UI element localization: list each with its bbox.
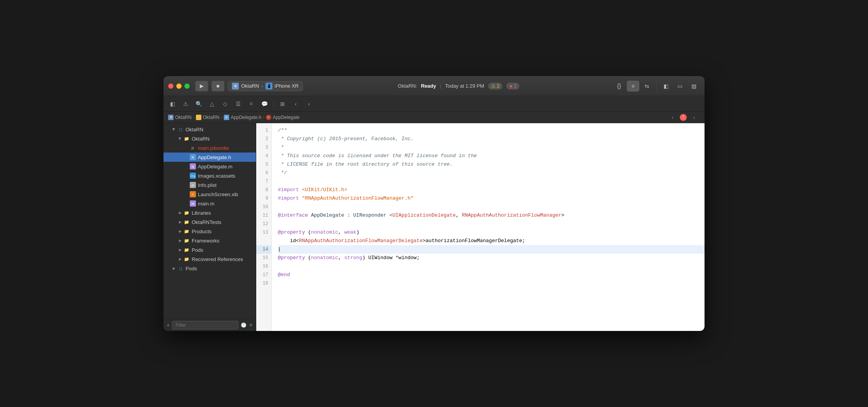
folder-icon-frameworks: 📁 [184, 237, 190, 244]
code-area[interactable]: /** * Copyright (c) 2015-present, Facebo… [272, 123, 705, 331]
warning-count: 2 [497, 83, 500, 89]
folder-icon-libraries: 📁 [184, 210, 190, 216]
paren-close-2: ) UIWindow *window; [362, 254, 419, 262]
sidebar-item-appdelegate-m[interactable]: m AppDelegate.m [163, 162, 256, 171]
spacer-5 [184, 182, 189, 188]
navigator-button[interactable]: ◧ [660, 81, 672, 92]
code-line-14[interactable]: | [278, 245, 705, 254]
editor-lines-button[interactable]: ≡ [627, 81, 639, 92]
diamond-button[interactable]: ◇ [219, 98, 231, 109]
nav-back-icon[interactable]: ‹ [667, 112, 678, 123]
toggle-libraries[interactable]: ▶ [177, 210, 183, 215]
sidebar-item-oktarn-root[interactable]: ▶ ◻ OktaRN [163, 125, 256, 134]
warning-badge[interactable]: ⚠ 2 [488, 83, 503, 90]
stop-button[interactable]: ■ [211, 81, 225, 92]
filter-input[interactable] [172, 321, 238, 329]
clear-filter-icon[interactable]: ✕ [249, 322, 253, 328]
at-property-1: @property [278, 228, 305, 237]
breadcrumb-folder-name: OktaRN [203, 115, 220, 120]
traffic-lights [168, 83, 190, 89]
breadcrumb-scheme[interactable]: ⚙ OktaRN [168, 115, 192, 120]
paren-close-1: ) [356, 228, 359, 237]
breadcrumb-filename: AppDelegate.h [231, 115, 261, 120]
xcassets-icon: img [190, 173, 196, 179]
sidebar-item-info-plist[interactable]: pl Info.plist [163, 180, 256, 190]
sidebar-item-main-m[interactable]: m main.m [163, 199, 256, 208]
sidebar-item-oktarntests[interactable]: ▶ 📁 OktaRNTests [163, 217, 256, 227]
sidebar-item-libraries[interactable]: ▶ 📁 Libraries [163, 208, 256, 217]
filter-button[interactable]: △ [206, 98, 218, 109]
add-file-button[interactable]: + [167, 322, 170, 328]
canvas-button[interactable]: ▭ [674, 81, 686, 92]
toggle-oktarntests[interactable]: ▶ [177, 219, 183, 225]
sidebar-item-oktarn-group[interactable]: ▶ 📁 OktaRN [163, 134, 256, 143]
line-num-12: 12 [256, 220, 271, 228]
inspector-button[interactable]: ▨ [688, 81, 700, 92]
toggle-recovered-references[interactable]: ▶ [177, 256, 183, 262]
sidebar-label-oktarn-root: OktaRN [186, 127, 203, 132]
sidebar-item-products[interactable]: ▶ 📁 Products [163, 227, 256, 236]
sidebar-item-main-jsbundle[interactable]: js main.jsbundle [163, 143, 256, 153]
status-time: Today at 1:29 PM [445, 83, 484, 89]
line-num-3: 3 [256, 143, 271, 152]
code-review-button[interactable]: {} [613, 81, 625, 92]
warning-icon: ⚠ [491, 83, 495, 89]
toggle-oktarn-root[interactable]: ▶ [171, 127, 177, 132]
sidebar-item-pods-sub[interactable]: ▶ 📁 Pods [163, 245, 256, 254]
note-button[interactable]: 💬 [259, 98, 270, 109]
breadcrumb-symbol[interactable]: C AppDelegate [266, 115, 300, 120]
sidebar-item-appdelegate-h[interactable]: h AppDelegate.h [163, 153, 256, 162]
project-icon-pods: ◻ [177, 265, 184, 271]
grid-button[interactable]: ⊞ [277, 98, 288, 109]
spacer-1 [184, 145, 189, 151]
sidebar-item-images-xcassets[interactable]: img Images.xcassets [163, 171, 256, 180]
toggle-frameworks[interactable]: ▶ [177, 238, 183, 243]
breadcrumb-chevron-3: › [263, 115, 264, 119]
line-num-1: 1 [256, 126, 271, 135]
code-line-2: * Copyright (c) 2015-present, Facebook, … [278, 135, 705, 143]
toggle-products[interactable]: ▶ [177, 229, 183, 234]
sidebar-label-appdelegate-m: AppDelegate.m [198, 164, 233, 170]
strong-1: strong [344, 254, 363, 262]
toggle-pods-root[interactable]: ▶ [171, 266, 177, 271]
breadcrumb-scheme-name: OktaRN [175, 115, 192, 120]
error-badge[interactable]: ● 1 [506, 83, 519, 90]
code-line-11: @interface AppDelegate : UIResponder <UI… [278, 211, 705, 220]
nonatomic-2: nonatomic [311, 254, 338, 262]
back-button[interactable]: ‹ [290, 98, 301, 109]
nav-forward-icon[interactable]: › [688, 112, 700, 123]
preprocessor-8: #import [278, 186, 302, 194]
comment-5: * LICENSE file in the root directory of … [278, 160, 453, 169]
sidebar-item-pods-root[interactable]: ▶ ◻ Pods [163, 264, 256, 273]
comma-3: , [338, 254, 344, 262]
diff-button[interactable]: ⇆ [641, 81, 653, 92]
list-button[interactable]: ☰ [232, 98, 244, 109]
search-button[interactable]: 🔍 [193, 98, 204, 109]
class-breadcrumb-icon: C [266, 115, 271, 120]
warning-toggle[interactable]: ⚠ [180, 98, 191, 109]
toggle-pods-sub[interactable]: ▶ [177, 247, 183, 253]
close-button[interactable] [168, 83, 174, 89]
forward-button[interactable]: › [303, 98, 315, 109]
code-editor[interactable]: 1 2 3 4 5 6 7 8 9 10 11 12 13 14 15 16 [256, 123, 705, 331]
breadcrumb-file[interactable]: h AppDelegate.h [224, 115, 261, 120]
cursor: | [278, 245, 281, 254]
sidebar-item-recovered-references[interactable]: ▶ 📁 Recovered References [163, 254, 256, 264]
sidebar-label-launchscreen: LaunchScreen.xib [198, 192, 238, 197]
minimize-button[interactable] [176, 83, 182, 89]
breadcrumb: ⚙ OktaRN › OktaRN › h AppDelegate.h › C … [163, 112, 705, 123]
line-numbers: 1 2 3 4 5 6 7 8 9 10 11 12 13 14 15 16 [256, 123, 272, 331]
toggle-oktarn-group[interactable]: ▶ [177, 136, 183, 141]
tag-button[interactable]: ⌗ [245, 98, 257, 109]
navigator-toggle[interactable]: ◧ [167, 98, 178, 109]
maximize-button[interactable] [184, 83, 190, 89]
comment-1: /** [278, 126, 287, 135]
code-line-10 [278, 203, 705, 211]
breadcrumb-folder[interactable]: OktaRN [196, 115, 220, 120]
chevron-right-icon: › [261, 83, 263, 89]
sidebar-item-frameworks[interactable]: ▶ 📁 Frameworks [163, 236, 256, 245]
scheme-name: OktaRN [241, 83, 259, 89]
sidebar-item-launchscreen[interactable]: X LaunchScreen.xib [163, 190, 256, 199]
play-button[interactable]: ▶ [195, 81, 208, 92]
scheme-selector[interactable]: ⚙ OktaRN › 📱 iPhone XR [228, 81, 303, 91]
